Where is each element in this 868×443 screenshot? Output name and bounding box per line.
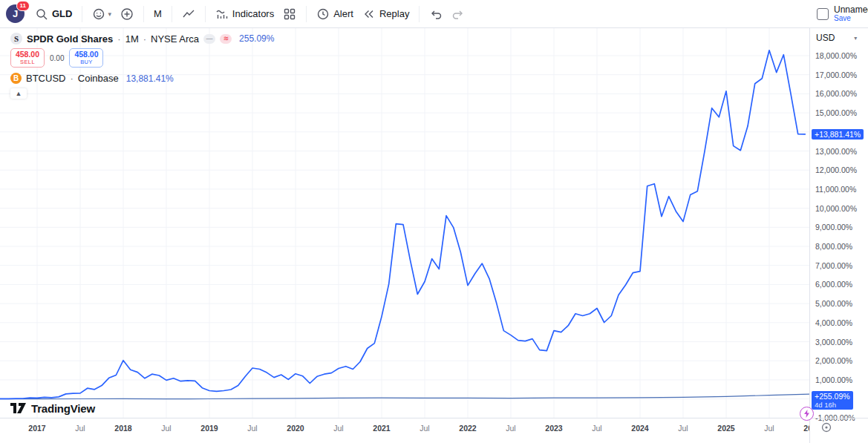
price-axis-label: 1,000.00% xyxy=(815,375,852,384)
layout-manager[interactable]: Unnamed Save xyxy=(817,0,868,28)
time-axis-label: 2020 xyxy=(287,424,304,433)
btc-series-line[interactable] xyxy=(0,50,805,399)
tradingview-logo[interactable]: TradingView xyxy=(10,402,95,415)
user-avatar[interactable]: J 11 xyxy=(6,4,25,23)
time-axis-label: Jul xyxy=(420,424,429,433)
symbol-logo: S xyxy=(10,33,22,45)
layout-select-icon[interactable] xyxy=(817,8,829,20)
gld-series-line[interactable] xyxy=(0,394,809,399)
separator-dot: · xyxy=(70,73,73,84)
toolbar-separator xyxy=(143,6,144,22)
caret-down-icon: ▾ xyxy=(854,35,857,42)
search-icon xyxy=(35,7,48,21)
indicators-label: Indicators xyxy=(232,8,274,19)
axis-settings-gear-icon[interactable] xyxy=(820,421,832,433)
tradingview-app: J 11 GLD ▾ M xyxy=(0,0,868,443)
time-axis-label: Jul xyxy=(764,424,774,433)
toolbar-separator xyxy=(306,6,307,22)
bitcoin-icon: B xyxy=(10,73,22,84)
replay-icon xyxy=(362,7,376,21)
layout-grid-button[interactable] xyxy=(278,4,301,24)
undo-button[interactable] xyxy=(425,4,447,24)
legend-collapse-button[interactable]: ▲ xyxy=(10,88,27,99)
plus-circle-icon xyxy=(120,7,134,21)
layout-grid-icon xyxy=(283,7,296,21)
tradingview-wordmark: TradingView xyxy=(31,402,95,415)
time-axis-label: Jul xyxy=(161,424,171,433)
btc-price-badge: +13,881.41% xyxy=(812,129,864,140)
time-axis-label: 2019 xyxy=(200,424,218,433)
indicators-button[interactable]: Indicators xyxy=(211,4,278,24)
layout-name[interactable]: Unnamed xyxy=(834,5,868,14)
time-axis-label: Jul xyxy=(678,424,688,433)
top-toolbar: J 11 GLD ▾ M xyxy=(0,0,868,28)
time-axis-label: 2024 xyxy=(631,424,648,433)
toolbar-separator xyxy=(205,6,206,22)
currency-selector[interactable]: USD ▾ xyxy=(810,28,868,43)
price-axis-label: 10,000.00% xyxy=(815,204,857,213)
line-chart-icon xyxy=(182,7,195,21)
time-axis-label: 2017 xyxy=(28,424,45,433)
replay-button[interactable]: Replay xyxy=(358,4,414,24)
redo-button[interactable] xyxy=(447,4,469,24)
price-axis-label: 18,000.00% xyxy=(815,51,857,60)
chart-type-button[interactable] xyxy=(177,4,200,24)
spread-value: 0.00 xyxy=(50,54,64,62)
price-axis-label: 4,000.00% xyxy=(815,318,852,327)
time-axis-label: 2021 xyxy=(373,424,390,433)
compare-add-button[interactable] xyxy=(116,4,138,24)
time-axis-label: 2025 xyxy=(717,424,734,433)
gld-badge-value: +255.09% xyxy=(815,392,850,401)
time-axis-label: 2023 xyxy=(545,424,562,433)
sell-label: SELL xyxy=(20,59,35,66)
alert-button[interactable]: Alert xyxy=(312,4,358,24)
time-axis-label: 2026 xyxy=(803,424,809,433)
interval-label: M xyxy=(154,8,162,19)
price-axis-label: 8,000.00% xyxy=(815,242,852,251)
alert-label: Alert xyxy=(333,8,353,19)
symbol-search-button[interactable]: GLD xyxy=(30,4,76,24)
indicators-icon xyxy=(215,7,229,21)
price-axis[interactable]: USD ▾ 18,000.00%17,000.00%16,000.00%15,0… xyxy=(809,28,868,443)
time-axis-label: 2018 xyxy=(114,424,131,433)
market-closed-icon[interactable]: — xyxy=(203,34,215,44)
gld-price-badge: +255.09%4d 16h xyxy=(812,391,853,410)
compare-symbol[interactable]: BTCUSD xyxy=(26,73,65,84)
time-axis-label: Jul xyxy=(333,424,343,433)
replay-label: Replay xyxy=(379,8,409,19)
symbol-exchange: NYSE Arca xyxy=(151,33,199,45)
price-axis-label: 16,000.00% xyxy=(815,89,857,98)
price-axis-label: 17,000.00% xyxy=(815,70,857,79)
time-axis-label: Jul xyxy=(506,424,515,433)
save-layout-link[interactable]: Save xyxy=(834,14,868,23)
mood-menu-button[interactable]: ▾ xyxy=(88,4,116,24)
price-axis-label: 12,000.00% xyxy=(815,165,857,174)
price-axis-label: 11,000.00% xyxy=(815,185,856,194)
quick-action-button[interactable] xyxy=(800,407,814,421)
symbol-interval[interactable]: 1M xyxy=(125,33,139,45)
compare-series-row[interactable]: B BTCUSD · Coinbase 13,881.41% xyxy=(10,73,274,84)
symbol-change-percent: 255.09% xyxy=(239,33,274,44)
price-axis-label: 2,000.00% xyxy=(815,356,852,365)
bar-countdown: 4d 16h xyxy=(815,401,850,409)
time-axis-label: Jul xyxy=(75,424,85,433)
symbol-search-text: GLD xyxy=(52,8,72,19)
alert-clock-icon xyxy=(316,7,330,21)
post-market-icon[interactable]: ≋ xyxy=(220,34,232,44)
buy-button[interactable]: 458.00 BUY xyxy=(69,48,103,68)
main-series-row[interactable]: S SPDR Gold Shares · 1M · NYSE Arca — ≋ … xyxy=(10,33,274,45)
avatar-letter: J xyxy=(13,8,18,19)
currency-label: USD xyxy=(816,33,835,43)
separator-dot: · xyxy=(143,33,146,45)
price-axis-label: 13,000.00% xyxy=(815,147,857,156)
sell-button[interactable]: 458.00 SELL xyxy=(10,48,45,68)
interval-button[interactable]: M xyxy=(149,5,166,22)
sell-price: 458.00 xyxy=(16,50,39,58)
chart-legend: S SPDR Gold Shares · 1M · NYSE Arca — ≋ … xyxy=(10,33,274,99)
buy-label: BUY xyxy=(80,59,93,66)
mood-icon xyxy=(92,7,105,21)
time-axis[interactable]: Jul2017Jul2018Jul2019Jul2020Jul2021Jul20… xyxy=(0,419,809,436)
symbol-title[interactable]: SPDR Gold Shares xyxy=(27,33,113,45)
notification-badge: 11 xyxy=(16,1,30,11)
compare-exchange: Coinbase xyxy=(78,73,119,84)
